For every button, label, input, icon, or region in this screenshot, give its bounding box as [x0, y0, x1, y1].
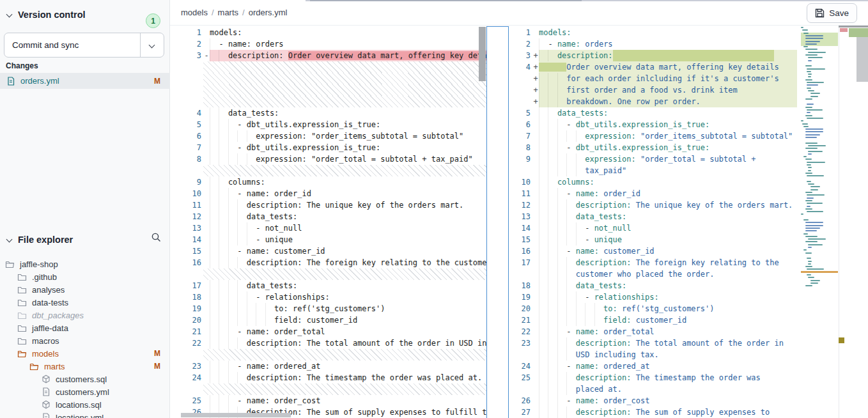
- code-line: 9 columns:: [170, 176, 487, 188]
- left-horizontal-scrollbar[interactable]: [181, 413, 291, 417]
- model-icon: [42, 375, 50, 383]
- minimap-line: [801, 27, 803, 28]
- tree-item-macros[interactable]: macros: [0, 334, 170, 347]
- modified-status-badge: M: [154, 77, 160, 86]
- minimap-line: [805, 134, 820, 135]
- minimap-line: [808, 52, 826, 53]
- code-line: 2 - name: orders: [170, 38, 487, 50]
- commit-and-sync-label: Commit and sync: [4, 40, 140, 50]
- commit-options-dropdown[interactable]: [140, 33, 164, 57]
- changes-label: Changes: [6, 61, 38, 70]
- tree-item-jaffle-shop[interactable]: jaffle-shop: [0, 258, 170, 270]
- minimap-line: [805, 115, 812, 116]
- minimap-line: [808, 74, 812, 75]
- minimap-line: [810, 280, 820, 281]
- tree-item-label: analyses: [32, 285, 65, 295]
- tree-item-locations-yml[interactable]: locations.yml: [0, 411, 170, 418]
- tree-item-label: jaffle-shop: [20, 259, 58, 269]
- code-line: 25 - name: order_cost: [170, 395, 487, 406]
- tree-item--github[interactable]: .github: [0, 270, 170, 283]
- code-line: 19 to: ref('stg_customers'): [170, 303, 487, 314]
- commit-and-sync-button[interactable]: Commit and sync: [4, 33, 164, 58]
- code-line: 3+ description:: [509, 50, 797, 61]
- version-control-header[interactable]: Version control 1: [0, 6, 169, 23]
- diff-pane-original[interactable]: 1models:2 - name: orders3- description: …: [170, 27, 487, 418]
- diff-pane-modified[interactable]: 1models:2 - name: orders3+ description:4…: [509, 27, 797, 418]
- code-line: 8 expression: "order_total = subtotal + …: [170, 153, 487, 165]
- code-line: 1models:: [170, 27, 487, 38]
- editor-scrollbar-thumb[interactable]: [856, 37, 868, 82]
- code-line: 6 expression: "order_items_subtotal = su…: [170, 130, 487, 142]
- code-line: 13 - not_null: [170, 222, 487, 234]
- minimap-line: [808, 76, 811, 77]
- search-icon[interactable]: [151, 232, 162, 243]
- diff-filler-row: [170, 61, 487, 73]
- tree-item-data-tests[interactable]: data-tests: [0, 296, 170, 309]
- minimap-line: [805, 107, 812, 108]
- minimap-line: [805, 228, 820, 229]
- diff-filler-row: [170, 349, 487, 360]
- minimap-line: [807, 104, 814, 105]
- minimap-line: [807, 206, 810, 207]
- doc-icon: [6, 77, 15, 86]
- left-scrollbar-thumb[interactable]: [479, 27, 486, 81]
- minimap-line: [805, 208, 812, 210]
- minimap-separator: [839, 26, 839, 418]
- minimap-line: [805, 241, 818, 242]
- minimap-line: [807, 258, 811, 259]
- minimap-line: [810, 189, 818, 190]
- code-line: 14 - unique: [170, 234, 487, 245]
- minimap-line: [808, 244, 823, 245]
- minimap-line: [805, 285, 813, 286]
- tree-item-label: models: [32, 349, 59, 359]
- minimap-line: [807, 268, 824, 270]
- code-line: 17 description: The foreign key relating…: [509, 257, 797, 268]
- breadcrumb-marts[interactable]: marts: [218, 8, 239, 17]
- minimap-highlight-line: [801, 271, 838, 273]
- tree-item-jaffle-data[interactable]: jaffle-data: [0, 321, 170, 334]
- code-line: 10 columns:: [509, 176, 797, 188]
- changed-file-row[interactable]: orders.yml M: [0, 73, 170, 89]
- minimap-line: [807, 88, 811, 89]
- tree-item-customers-sql[interactable]: customers.sql: [0, 373, 170, 385]
- minimap-line: [801, 213, 803, 215]
- minimap-line: [801, 120, 803, 121]
- minimap-line: [808, 183, 814, 185]
- tree-item-customers-yml[interactable]: customers.yml: [0, 385, 170, 398]
- file-explorer-header[interactable]: File explorer: [0, 231, 169, 248]
- minimap-line: [805, 43, 817, 45]
- breadcrumb-models[interactable]: models: [181, 8, 208, 17]
- breadcrumb-file[interactable]: orders.yml: [249, 8, 288, 17]
- code-line: 13 data_tests:: [509, 211, 797, 222]
- minimap-line: [810, 93, 820, 94]
- file-explorer-title: File explorer: [18, 235, 73, 245]
- minimap-line: [805, 192, 813, 193]
- tree-item-analyses[interactable]: analyses: [0, 283, 170, 296]
- minimap[interactable]: [801, 27, 838, 292]
- diff-filler-row: [170, 268, 487, 280]
- minimap-line: [808, 57, 823, 58]
- tree-item-models[interactable]: modelsM: [0, 347, 170, 360]
- minimap-line: [808, 90, 814, 91]
- code-line: 5 data_tests:: [509, 107, 797, 119]
- minimap-line: [810, 96, 818, 97]
- minimap-line: [805, 98, 813, 100]
- save-button[interactable]: Save: [807, 3, 857, 23]
- minimap-line: [807, 82, 824, 83]
- diff-sash[interactable]: [486, 26, 509, 418]
- chevron-down-icon: [149, 42, 155, 49]
- folder-open-icon: [29, 362, 39, 371]
- tree-item-label: dbt_packages: [32, 311, 84, 320]
- code-line: 4+ Order overview data mart, offering ke…: [509, 61, 797, 73]
- tree-item-locations-sql[interactable]: locations.sql: [0, 398, 170, 411]
- minimap-line: [807, 181, 811, 182]
- minimap-line: [807, 71, 811, 72]
- minimap-line: [807, 197, 814, 199]
- sidebar: Version control 1 Commit and sync Change…: [0, 0, 170, 418]
- minimap-line: [807, 112, 810, 113]
- diff-filler-row: [170, 383, 487, 395]
- tree-item-marts[interactable]: martsM: [0, 360, 170, 373]
- diff-editor[interactable]: 1models:2 - name: orders3- description: …: [170, 26, 868, 418]
- minimap-line: [803, 46, 808, 47]
- tree-item-dbt-packages[interactable]: dbt_packages: [0, 309, 170, 321]
